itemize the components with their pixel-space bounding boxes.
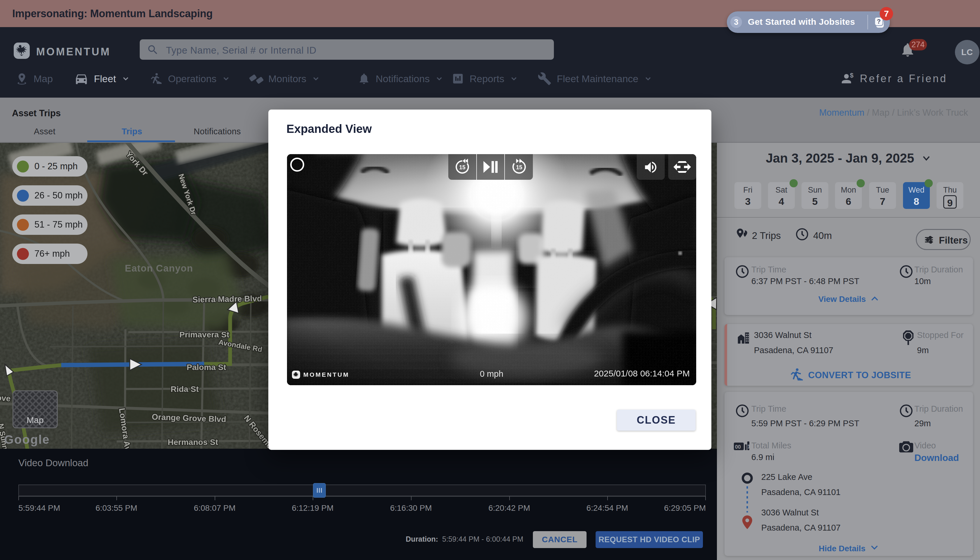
svg-text:Hermanos St: Hermanos St: [168, 438, 218, 447]
svg-text:?: ?: [877, 18, 881, 25]
svg-text:Primavera St: Primavera St: [179, 330, 229, 339]
svg-text:Sierra Madre Blvd: Sierra Madre Blvd: [192, 294, 262, 304]
svg-text:15: 15: [459, 164, 465, 170]
svg-text:$: $: [850, 72, 855, 79]
svg-text:1: 1: [748, 444, 750, 450]
svg-text:15: 15: [516, 164, 522, 170]
svg-text:Rida St: Rida St: [171, 385, 199, 393]
svg-text:00: 00: [735, 444, 741, 450]
svg-text:Paloma St: Paloma St: [187, 363, 226, 372]
svg-text:Eaton Canyon: Eaton Canyon: [125, 263, 193, 273]
